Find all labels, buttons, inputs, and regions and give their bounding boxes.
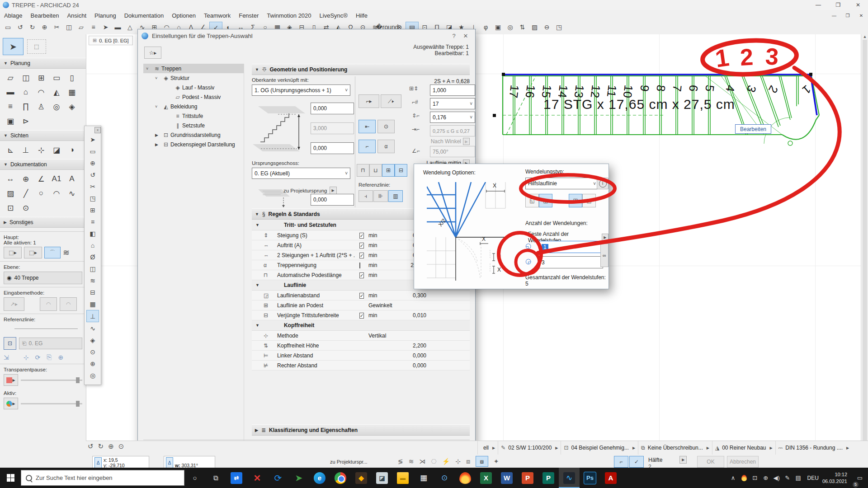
toolbar-icon[interactable]: ▱	[75, 22, 87, 33]
quick-option[interactable]: ell▶	[477, 441, 498, 455]
quick-option[interactable]: ◮00 Reiner Neubau▶	[712, 441, 775, 455]
zoom-in-icon[interactable]: ⊕	[108, 442, 114, 450]
strip-icon[interactable]: ◧	[87, 228, 99, 239]
circle-tool[interactable]: ○	[33, 186, 49, 201]
tray-language[interactable]: DEU	[804, 475, 822, 481]
worksheet-tool[interactable]: ◪	[49, 143, 64, 157]
rule-row[interactable]: ⊹Methode ✓ Vertikal	[252, 331, 470, 341]
ursprung-dropdown[interactable]: 0. EG (Aktuell)˅	[252, 168, 350, 179]
tray-pen-icon[interactable]: ✎	[782, 474, 793, 481]
menu-item[interactable]: Teamwork	[200, 10, 235, 21]
tree-item[interactable]: ◈Lauf - Massiv	[143, 83, 244, 92]
strip-icon[interactable]: ≡	[87, 216, 99, 227]
rule-row[interactable]: ⊟Verjüngte Trittstufenbreite ✓ min0,010	[252, 310, 470, 320]
section-sonstiges[interactable]: ▶Sonstiges	[0, 217, 86, 228]
favorites-button[interactable]: ☆▸	[144, 47, 161, 59]
transform-rotate-icon[interactable]: ⟳	[35, 354, 40, 361]
strip-icon[interactable]: ⊕	[87, 157, 99, 169]
riser-height-dropdown[interactable]: 0,176˅	[430, 112, 475, 123]
transform-move-icon[interactable]: ⇲	[4, 354, 9, 361]
angle-dimension-tool[interactable]: ∠	[33, 172, 49, 186]
delta-icon[interactable]: Δ	[94, 457, 102, 468]
tray-caret-icon[interactable]: ∧	[728, 474, 739, 481]
rule-row[interactable]: ⊞Lauflinie an Podest ✓ Gewinkelt	[252, 300, 470, 310]
turn-type-2-toggle[interactable]: ◲	[539, 194, 552, 207]
tree-item[interactable]: ≡Trittstufe	[143, 111, 244, 121]
door-tool[interactable]: ◫	[18, 70, 33, 85]
taskbar-app[interactable]: ⟳	[268, 468, 288, 488]
layer-field[interactable]: ◉ 40 Treppe	[4, 272, 82, 284]
rule-row[interactable]: ⊨Linker Abstand ✓ 0,000	[252, 351, 470, 361]
tree-item[interactable]: ˅≋Treppen	[143, 64, 244, 73]
undo-icon[interactable]: ↺	[88, 442, 94, 450]
edit-icon-c[interactable]: ⋊	[419, 458, 425, 465]
taskbar-search[interactable]: Zur Suche Text hier eingeben	[21, 470, 184, 486]
menu-item[interactable]: Twinmotion 2020	[263, 10, 315, 21]
quick-option[interactable]: ✎02 S/W 1:100/200▶	[498, 441, 561, 455]
top-offset-input[interactable]: 0,000	[311, 103, 354, 114]
level-dimension-tool[interactable]: ⊕	[18, 172, 33, 186]
arrow-tool[interactable]: ➤	[3, 38, 24, 55]
toolbar-icon[interactable]: ▭	[2, 22, 14, 33]
taskbar-app[interactable]: ➤	[288, 468, 309, 488]
tray-battery-icon[interactable]: ⊡	[750, 474, 760, 481]
toolbar-icon[interactable]: ➤	[99, 22, 112, 33]
tray-keyboard-icon[interactable]: ▤	[793, 474, 804, 481]
toolbar-icon[interactable]: ▣	[492, 22, 504, 33]
winder-count-1-input[interactable]: 1	[539, 241, 603, 253]
strip-close-icon[interactable]: x	[94, 127, 101, 133]
strip-icon[interactable]: ◫	[87, 263, 99, 274]
tree-item[interactable]: ▶⊟Deckenspiegel Darstellung	[143, 140, 244, 149]
line-tool[interactable]: ╱	[18, 186, 33, 201]
taskbar-app[interactable]: ◪	[372, 468, 392, 488]
zone-tool[interactable]: ▣	[3, 114, 18, 128]
menu-item[interactable]: Fenster	[235, 10, 263, 21]
curtainwall-tool[interactable]: ▦	[64, 85, 80, 99]
transform-multiply-icon[interactable]: ⊕	[58, 354, 63, 361]
label-tool[interactable]: A1	[49, 172, 64, 186]
menu-item[interactable]: Planung	[90, 10, 120, 21]
input-method-a-button[interactable]: ◠	[40, 297, 57, 311]
strip-icon[interactable]: ◳	[87, 192, 99, 204]
elevation-tool[interactable]: ⊥	[18, 143, 33, 157]
refline-center-toggle[interactable]: ⊪	[373, 190, 388, 202]
toolbar-icon[interactable]: ◳	[553, 22, 565, 33]
beam-tool[interactable]: ▬	[3, 85, 18, 99]
minimize-button[interactable]: —	[808, 0, 828, 10]
slab-tool[interactable]: ▭	[49, 70, 64, 85]
maximize-button[interactable]: ❐	[828, 0, 848, 10]
toolbar-icon[interactable]: ≡	[87, 22, 99, 33]
strip-icon[interactable]: Ø	[87, 251, 99, 263]
bottom-offset-input[interactable]: 0,000	[311, 142, 354, 154]
toolbar-icon[interactable]: ▨	[528, 22, 541, 33]
toolbar-icon[interactable]: ▬	[112, 22, 124, 33]
edit-icon-b[interactable]: ≋	[409, 458, 414, 465]
bearbeiten-button[interactable]: Bearbeiten	[735, 124, 771, 134]
winder-count-2-input[interactable]: 3	[539, 256, 603, 268]
marker-tool[interactable]: ⊙	[18, 201, 33, 215]
active-color-swatch[interactable]: ▸	[4, 398, 18, 409]
close-button[interactable]: ✕	[848, 0, 868, 10]
edit-icon-h[interactable]: ⧇	[476, 456, 488, 467]
toolbar-icon[interactable]: △	[124, 22, 136, 33]
wall-tool[interactable]: ▱	[3, 70, 18, 85]
section-tool[interactable]: ⊾	[3, 143, 18, 157]
strip-icon[interactable]: ◈	[87, 334, 99, 346]
input-method-b-button[interactable]: ◠	[60, 297, 77, 311]
taskbar-app[interactable]: ▬	[392, 468, 413, 488]
trace-opacity-slider[interactable]	[21, 380, 82, 381]
strip-icon[interactable]: ◎	[87, 370, 99, 381]
projekt-arrow-button[interactable]: ▶	[330, 187, 337, 194]
polyline-tool[interactable]: ◠	[49, 186, 64, 201]
menu-item[interactable]: Optionen	[168, 10, 200, 21]
object-tool[interactable]: ♙	[33, 99, 49, 114]
info-button[interactable]: i	[597, 178, 609, 189]
turn-type-4-toggle[interactable]: ◳	[582, 194, 596, 207]
riser-style-button[interactable]: ⌐▸	[359, 94, 379, 108]
strip-icon[interactable]: ➤	[87, 134, 99, 145]
text-tool[interactable]: A	[64, 172, 80, 186]
strip-icon[interactable]: ✂	[87, 181, 99, 192]
taskbar-app[interactable]: X	[476, 468, 496, 488]
taskbar-app[interactable]: ◆	[351, 468, 372, 488]
vertical-scrollbar[interactable]: ▲▼	[861, 34, 868, 468]
